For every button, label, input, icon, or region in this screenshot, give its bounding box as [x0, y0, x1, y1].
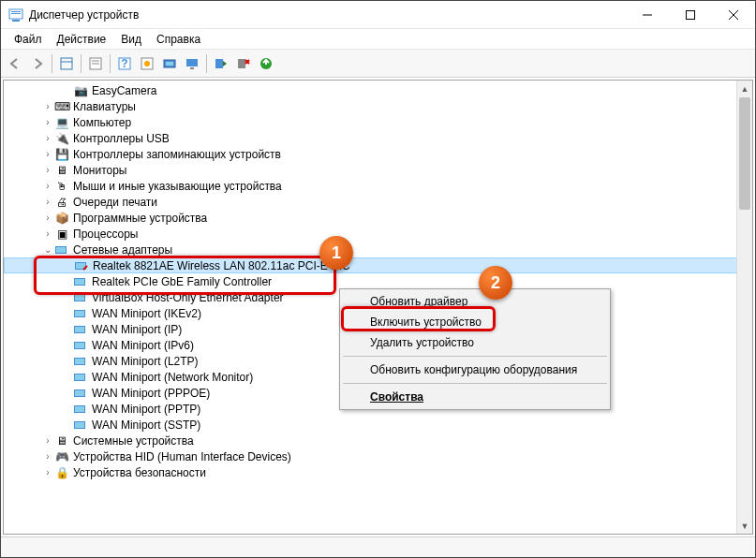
printer-icon: 🖨 [54, 195, 69, 210]
nav-forward-icon[interactable] [27, 53, 48, 74]
svg-point-16 [144, 61, 150, 66]
app-icon [8, 7, 23, 22]
storage-icon: 💾 [54, 147, 69, 162]
window-title: Диспетчер устройств [29, 8, 626, 22]
svg-rect-31 [75, 295, 84, 301]
tree-item-processors[interactable]: ›▣Процессоры [4, 226, 752, 242]
svg-rect-43 [75, 390, 84, 396]
action-icon[interactable] [137, 53, 157, 74]
tree-item-realtek-gbe[interactable]: Realtek PCIe GbE Family Controller [4, 273, 752, 289]
svg-rect-8 [61, 58, 72, 69]
menu-help[interactable]: Справка [149, 31, 208, 48]
tree-item-wan-sstp[interactable]: WAN Miniport (SSTP) [4, 417, 752, 433]
svg-rect-19 [186, 59, 198, 66]
tree-item-software[interactable]: ›📦Программные устройства [4, 210, 752, 226]
svg-rect-2 [11, 11, 21, 12]
toolbar: ? [1, 50, 755, 78]
scan-hardware-icon[interactable] [159, 53, 180, 74]
toolbar-separator [206, 54, 207, 73]
device-tree-pane[interactable]: 📷EasyCamera ›⌨Клавиатуры ›💻Компьютер ›🔌К… [3, 80, 753, 535]
tree-item-computer[interactable]: ›💻Компьютер [4, 114, 752, 130]
tree-item-easycamera[interactable]: 📷EasyCamera [4, 82, 752, 98]
security-icon: 🔒 [54, 465, 69, 480]
menu-file[interactable]: Файл [7, 31, 50, 48]
network-adapter-icon [74, 258, 89, 273]
keyboard-icon: ⌨ [54, 99, 69, 114]
network-adapter-icon [73, 386, 88, 401]
usb-icon: 🔌 [54, 131, 69, 146]
tree-item-realtek-wlan[interactable]: Realtek 8821AE Wireless LAN 802.11ac PCI… [4, 257, 752, 273]
svg-rect-39 [75, 359, 84, 364]
tree-item-keyboards[interactable]: ›⌨Клавиатуры [4, 98, 752, 114]
computer-icon: 💻 [54, 115, 69, 130]
monitor-icon[interactable] [182, 53, 202, 74]
monitor-icon: 🖥 [54, 163, 69, 178]
svg-rect-37 [75, 343, 84, 348]
svg-rect-20 [190, 67, 194, 69]
callout-badge-2: 2 [479, 266, 512, 300]
menu-action[interactable]: Действие [50, 31, 114, 48]
toolbar-separator [52, 54, 52, 73]
scroll-thumb[interactable] [739, 97, 750, 210]
network-adapter-icon [73, 418, 88, 433]
hid-icon: 🎮 [54, 449, 69, 464]
scroll-down-icon[interactable]: ▼ [737, 518, 752, 534]
svg-rect-25 [56, 247, 66, 253]
maximize-button[interactable] [669, 1, 712, 28]
tree-item-printqueues[interactable]: ›🖨Очереди печати [4, 194, 752, 210]
tree-item-storage[interactable]: ›💾Контроллеры запоминающих устройств [4, 146, 752, 162]
scroll-up-icon[interactable]: ▲ [737, 81, 752, 96]
ctx-separator [343, 356, 607, 357]
tree-item-security[interactable]: ›🔒Устройства безопасности [4, 464, 752, 480]
network-adapter-icon [73, 338, 88, 353]
uninstall-icon[interactable] [233, 53, 254, 74]
device-manager-window: Диспетчер устройств Файл Действие Вид Сп… [0, 0, 756, 558]
camera-icon: 📷 [73, 83, 88, 98]
minimize-button[interactable] [626, 1, 669, 28]
ctx-remove-device[interactable]: Удалить устройство [342, 332, 608, 353]
system-icon: 🖥 [54, 433, 69, 448]
svg-rect-35 [75, 327, 84, 332]
network-adapter-icon [54, 242, 69, 257]
tree-item-monitors[interactable]: ›🖥Мониторы [4, 162, 752, 178]
ctx-scan-hardware[interactable]: Обновить конфигурацию оборудования [342, 360, 608, 380]
svg-rect-5 [687, 10, 695, 19]
ctx-properties[interactable]: Свойства [342, 387, 608, 407]
vertical-scrollbar[interactable]: ▲ ▼ [736, 81, 752, 534]
svg-rect-3 [11, 13, 21, 14]
tree-item-network[interactable]: ⌄Сетевые адаптеры [4, 242, 752, 257]
svg-rect-33 [75, 311, 84, 316]
tree-item-usb[interactable]: ›🔌Контроллеры USB [4, 130, 752, 146]
network-adapter-icon [73, 274, 88, 289]
network-adapter-icon [73, 306, 88, 321]
help-icon[interactable]: ? [114, 53, 135, 74]
enable-device-icon[interactable] [211, 53, 231, 74]
menu-view[interactable]: Вид [113, 31, 149, 48]
tree-item-system[interactable]: ›🖥Системные устройства [4, 433, 752, 448]
network-adapter-icon [73, 354, 88, 369]
close-button[interactable] [712, 1, 755, 28]
software-icon: 📦 [54, 211, 69, 226]
network-adapter-icon [73, 290, 88, 305]
titlebar: Диспетчер устройств [1, 1, 755, 29]
callout-badge-1: 1 [319, 236, 353, 270]
svg-rect-1 [12, 20, 20, 22]
tree-item-mice[interactable]: ›🖱Мыши и иные указывающие устройства [4, 178, 752, 194]
update-icon[interactable] [256, 53, 276, 74]
svg-text:?: ? [121, 57, 127, 70]
menubar: Файл Действие Вид Справка [1, 29, 755, 50]
toolbar-separator [81, 54, 82, 73]
svg-rect-22 [238, 59, 245, 68]
svg-rect-47 [75, 422, 84, 428]
ctx-update-driver[interactable]: Обновить драйвер [342, 291, 608, 312]
ctx-enable-device[interactable]: Включить устройство [342, 312, 608, 332]
network-adapter-icon [73, 402, 88, 417]
svg-rect-21 [215, 59, 223, 68]
statusbar [1, 536, 755, 557]
show-tree-icon[interactable] [56, 53, 77, 74]
toolbar-separator [110, 54, 111, 73]
nav-back-icon[interactable] [5, 53, 25, 74]
tree-item-hid[interactable]: ›🎮Устройства HID (Human Interface Device… [4, 448, 752, 464]
properties-icon[interactable] [85, 53, 106, 74]
svg-rect-45 [75, 406, 84, 412]
